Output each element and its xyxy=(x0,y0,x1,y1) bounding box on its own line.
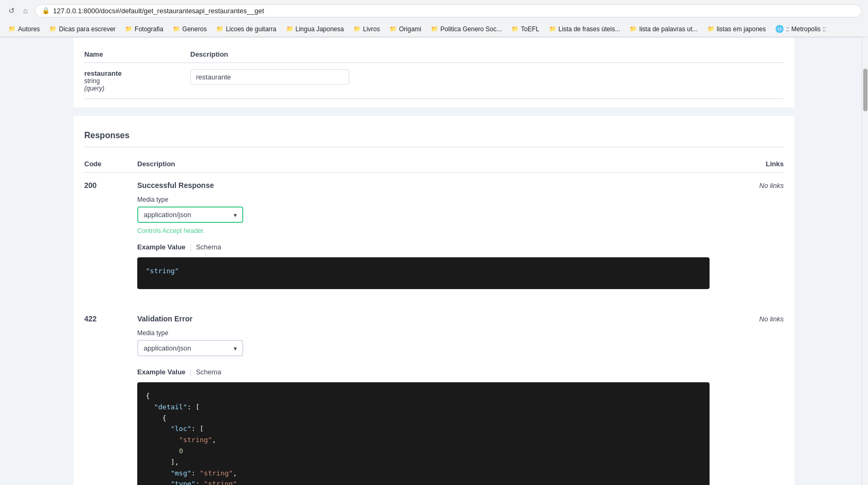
bookmark-fotografia[interactable]: 📁 Fotografia xyxy=(121,24,167,34)
response-desc-200: Successful Response Media type applicati… xyxy=(137,181,710,293)
folder-icon: 📁 xyxy=(49,25,57,32)
bookmark-label: Autores xyxy=(18,25,40,33)
bookmark-livros[interactable]: 📁 Livros xyxy=(349,24,384,34)
code-block-200: "string" xyxy=(137,257,710,289)
response-desc-422: Validation Error Media type application/… xyxy=(137,315,710,485)
bookmark-licoes[interactable]: 📁 Licoes de guitarra xyxy=(212,24,280,34)
params-section: Name Description restaurante string (que… xyxy=(74,38,794,107)
bookmark-label: Lista de frases úteis... xyxy=(559,25,621,33)
params-header-desc: Description xyxy=(190,46,784,63)
folder-icon: 📁 xyxy=(511,25,519,32)
code-string-200: "string" xyxy=(146,267,179,275)
controls-accept-text: Controls Accept header. xyxy=(137,227,710,235)
example-value-tab-200[interactable]: Example Value xyxy=(137,241,185,253)
media-type-select-200[interactable]: application/json xyxy=(137,206,243,223)
folder-icon: 📁 xyxy=(431,25,438,32)
media-type-select-422[interactable]: application/json xyxy=(137,340,243,356)
response-code-text: 200 xyxy=(84,181,96,190)
code-block-422: { "detail": [ { "loc": [ "string", 0 ], … xyxy=(137,382,710,485)
response-code-200: 200 xyxy=(84,181,127,293)
reload-icon[interactable]: ↺ xyxy=(6,5,17,16)
browser-nav-icons: ↺ ⌂ xyxy=(6,5,31,16)
bookmark-label: Origami xyxy=(399,25,421,33)
response-links-422: No links xyxy=(720,315,784,485)
media-type-label-422: Media type xyxy=(137,329,710,337)
param-name: restaurante xyxy=(84,69,190,77)
response-code-422: 422 xyxy=(84,315,127,485)
folder-icon: 📁 xyxy=(125,25,132,32)
bookmark-metropolis[interactable]: 🌐 :: Metropolis :: xyxy=(771,24,830,34)
bookmark-toefl[interactable]: 📁 ToEFL xyxy=(507,24,544,34)
bookmark-label: listas em japones xyxy=(717,25,766,33)
bookmarks-bar: 📁 Autores 📁 Dicas para escrever 📁 Fotogr… xyxy=(0,21,868,37)
params-table: Name Description restaurante string (que… xyxy=(84,46,784,99)
response-row-422: 422 Validation Error Media type applicat… xyxy=(84,315,784,485)
no-links-200: No links xyxy=(759,182,784,190)
scrollbar[interactable] xyxy=(862,37,868,485)
folder-icon: 📁 xyxy=(173,25,180,32)
folder-icon: 📁 xyxy=(8,25,16,32)
media-type-select-wrapper-200: application/json xyxy=(137,206,243,223)
folder-icon: 📁 xyxy=(353,25,361,32)
bookmark-lingua[interactable]: 📁 Lingua Japonesa xyxy=(282,24,348,34)
example-tabs-422: Example Value | Schema xyxy=(137,366,710,378)
bookmark-label: Lingua Japonesa xyxy=(296,25,344,33)
bookmark-listas-japones[interactable]: 📁 listas em japones xyxy=(703,24,770,34)
home-icon[interactable]: ⌂ xyxy=(20,5,31,16)
folder-icon: 📁 xyxy=(707,25,715,32)
schema-tab-200[interactable]: Schema xyxy=(196,241,222,253)
bookmark-label: lista de palavras ut... xyxy=(639,25,697,33)
responses-header-desc: Description xyxy=(137,160,720,168)
bookmark-politica[interactable]: 📁 Politica Genero Soc... xyxy=(427,24,506,34)
param-input[interactable] xyxy=(190,69,349,85)
response-code-text-422: 422 xyxy=(84,315,96,323)
folder-icon: 📁 xyxy=(389,25,397,32)
browser-chrome: ↺ ⌂ 🔒 127.0.0.1:8000/docs#/default/get_r… xyxy=(0,0,868,38)
tab-separator-422: | xyxy=(190,368,192,376)
response-description-200: Successful Response xyxy=(137,181,710,190)
bookmark-generos[interactable]: 📁 Generos xyxy=(169,24,211,34)
bookmark-palavras[interactable]: 📁 lista de palavras ut... xyxy=(625,24,702,34)
globe-icon: 🌐 xyxy=(775,25,784,33)
param-desc-cell xyxy=(190,63,784,99)
schema-tab-422[interactable]: Schema xyxy=(196,366,222,378)
media-type-select-wrapper-422: application/json xyxy=(137,340,243,356)
example-tabs-200: Example Value | Schema xyxy=(137,241,710,253)
browser-toolbar: ↺ ⌂ 🔒 127.0.0.1:8000/docs#/default/get_r… xyxy=(0,0,868,21)
scrollbar-thumb[interactable] xyxy=(863,69,867,111)
tab-separator: | xyxy=(190,243,192,252)
bookmark-origami[interactable]: 📁 Origami xyxy=(385,24,426,34)
bookmark-label: Generos xyxy=(182,25,207,33)
bookmark-dicas[interactable]: 📁 Dicas para escrever xyxy=(45,24,120,34)
no-links-422: No links xyxy=(759,315,784,323)
param-name-cell: restaurante string (query) xyxy=(84,63,190,99)
address-bar[interactable]: 🔒 127.0.0.1:8000/docs#/default/get_resta… xyxy=(35,4,862,17)
bookmark-label: Livros xyxy=(363,25,380,33)
response-description-422: Validation Error xyxy=(137,315,710,323)
responses-header-links: Links xyxy=(720,160,784,168)
folder-icon: 📁 xyxy=(549,25,556,32)
bookmark-label: ToEFL xyxy=(521,25,539,33)
responses-section-title: Responses xyxy=(84,124,784,147)
bookmark-label: Licoes de guitarra xyxy=(226,25,276,33)
folder-icon: 📁 xyxy=(286,25,294,32)
lock-icon: 🔒 xyxy=(42,7,50,14)
folder-icon: 📁 xyxy=(216,25,224,32)
bookmark-label: Dicas para escrever xyxy=(59,25,116,33)
url-text: 127.0.0.1:8000/docs#/default/get_restaur… xyxy=(53,7,264,15)
bookmark-label: :: Metropolis :: xyxy=(786,25,826,33)
responses-section: Responses Code Description Links 200 Suc… xyxy=(74,116,794,485)
page-content: Name Description restaurante string (que… xyxy=(0,38,868,485)
swagger-container: Name Description restaurante string (que… xyxy=(63,38,805,485)
response-row-200: 200 Successful Response Media type appli… xyxy=(84,181,784,302)
param-type: string xyxy=(84,77,190,85)
folder-icon: 📁 xyxy=(630,25,637,32)
param-row: restaurante string (query) xyxy=(84,63,784,99)
responses-header: Code Description Links xyxy=(84,156,784,173)
param-location: (query) xyxy=(84,85,190,92)
bookmark-lista-frases[interactable]: 📁 Lista de frases úteis... xyxy=(545,24,625,34)
bookmark-label: Fotografia xyxy=(135,25,163,33)
media-type-label-200: Media type xyxy=(137,196,710,203)
bookmark-autores[interactable]: 📁 Autores xyxy=(4,24,44,34)
example-value-tab-422[interactable]: Example Value xyxy=(137,366,185,378)
